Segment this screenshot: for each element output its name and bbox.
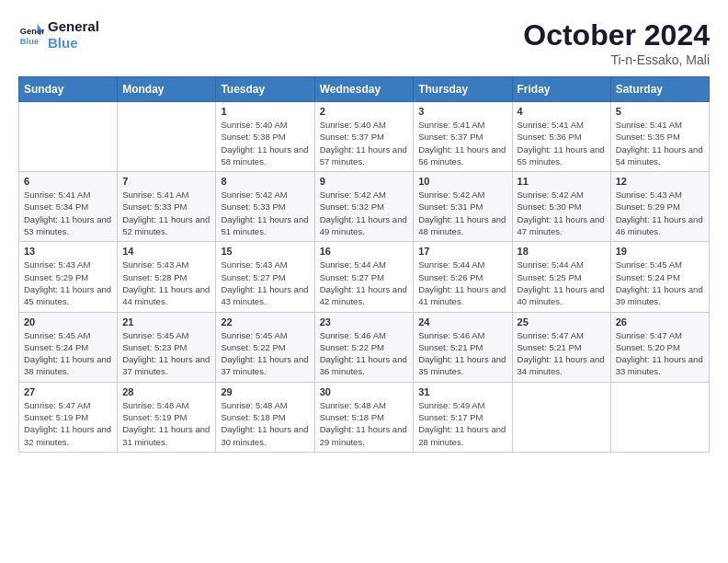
day-number: 2 [320,106,409,117]
calendar-table: SundayMondayTuesdayWednesdayThursdayFrid… [18,76,710,453]
calendar-cell: 4Sunrise: 5:41 AM Sunset: 5:36 PM Daylig… [512,102,610,172]
day-number: 23 [320,316,409,327]
calendar-cell: 6Sunrise: 5:41 AM Sunset: 5:34 PM Daylig… [19,172,118,242]
day-number: 20 [24,316,112,327]
calendar-cell: 13Sunrise: 5:43 AM Sunset: 5:29 PM Dayli… [19,242,118,312]
day-info: Sunrise: 5:42 AM Sunset: 5:33 PM Dayligh… [221,189,309,237]
day-number: 17 [418,246,506,257]
day-info: Sunrise: 5:47 AM Sunset: 5:21 PM Dayligh… [518,329,606,378]
weekday-header-sunday: Sunday [19,77,118,102]
day-info: Sunrise: 5:46 AM Sunset: 5:21 PM Dayligh… [418,329,506,378]
calendar-cell: 30Sunrise: 5:48 AM Sunset: 5:18 PM Dayli… [314,382,414,452]
calendar-cell: 16Sunrise: 5:44 AM Sunset: 5:27 PM Dayli… [314,242,414,312]
calendar-cell: 17Sunrise: 5:44 AM Sunset: 5:26 PM Dayli… [414,242,512,312]
day-info: Sunrise: 5:41 AM Sunset: 5:37 PM Dayligh… [418,119,506,167]
day-info: Sunrise: 5:46 AM Sunset: 5:22 PM Dayligh… [320,329,409,378]
day-number: 12 [616,176,704,187]
day-info: Sunrise: 5:45 AM Sunset: 5:22 PM Dayligh… [221,329,309,378]
calendar-week-row: 13Sunrise: 5:43 AM Sunset: 5:29 PM Dayli… [19,242,710,312]
page-header: General Blue General Blue October 2024 T… [18,18,710,67]
day-number: 5 [616,106,704,117]
logo-general: General [48,18,99,35]
weekday-header-monday: Monday [118,77,216,102]
calendar-cell: 26Sunrise: 5:47 AM Sunset: 5:20 PM Dayli… [610,312,709,382]
calendar-cell: 21Sunrise: 5:45 AM Sunset: 5:23 PM Dayli… [118,312,216,382]
day-info: Sunrise: 5:48 AM Sunset: 5:18 PM Dayligh… [221,399,309,448]
svg-text:Blue: Blue [20,37,39,46]
calendar-cell: 8Sunrise: 5:42 AM Sunset: 5:33 PM Daylig… [216,172,314,242]
day-info: Sunrise: 5:48 AM Sunset: 5:19 PM Dayligh… [122,399,210,448]
weekday-header-thursday: Thursday [414,77,512,102]
calendar-cell: 25Sunrise: 5:47 AM Sunset: 5:21 PM Dayli… [512,312,610,382]
day-info: Sunrise: 5:44 AM Sunset: 5:27 PM Dayligh… [320,259,409,307]
calendar-cell: 10Sunrise: 5:42 AM Sunset: 5:31 PM Dayli… [414,172,512,242]
day-info: Sunrise: 5:41 AM Sunset: 5:35 PM Dayligh… [616,119,704,167]
calendar-cell: 18Sunrise: 5:44 AM Sunset: 5:25 PM Dayli… [512,242,610,312]
calendar-cell: 15Sunrise: 5:43 AM Sunset: 5:27 PM Dayli… [216,242,314,312]
calendar-cell: 1Sunrise: 5:40 AM Sunset: 5:38 PM Daylig… [216,102,314,172]
day-info: Sunrise: 5:42 AM Sunset: 5:32 PM Dayligh… [320,189,409,237]
day-info: Sunrise: 5:41 AM Sunset: 5:33 PM Dayligh… [122,189,210,237]
day-number: 22 [221,316,309,327]
day-info: Sunrise: 5:44 AM Sunset: 5:25 PM Dayligh… [518,259,606,307]
day-info: Sunrise: 5:40 AM Sunset: 5:38 PM Dayligh… [221,119,309,167]
day-number: 25 [518,316,606,327]
logo-icon: General Blue [18,22,44,48]
calendar-cell: 29Sunrise: 5:48 AM Sunset: 5:18 PM Dayli… [216,382,314,452]
day-number: 24 [418,316,506,327]
calendar-cell: 3Sunrise: 5:41 AM Sunset: 5:37 PM Daylig… [414,102,512,172]
day-number: 13 [24,246,112,257]
calendar-cell: 11Sunrise: 5:42 AM Sunset: 5:30 PM Dayli… [512,172,610,242]
day-info: Sunrise: 5:43 AM Sunset: 5:27 PM Dayligh… [221,259,309,307]
day-number: 16 [320,246,409,257]
day-info: Sunrise: 5:45 AM Sunset: 5:23 PM Dayligh… [122,329,210,378]
day-info: Sunrise: 5:45 AM Sunset: 5:24 PM Dayligh… [24,329,112,378]
day-number: 1 [221,106,309,117]
day-info: Sunrise: 5:44 AM Sunset: 5:26 PM Dayligh… [418,259,506,307]
day-info: Sunrise: 5:47 AM Sunset: 5:19 PM Dayligh… [24,399,112,448]
day-info: Sunrise: 5:42 AM Sunset: 5:31 PM Dayligh… [418,189,506,237]
day-number: 6 [24,176,112,187]
calendar-cell [19,102,118,172]
day-info: Sunrise: 5:48 AM Sunset: 5:18 PM Dayligh… [320,399,409,448]
day-number: 11 [518,176,606,187]
calendar-cell: 28Sunrise: 5:48 AM Sunset: 5:19 PM Dayli… [118,382,216,452]
calendar-cell: 12Sunrise: 5:43 AM Sunset: 5:29 PM Dayli… [610,172,709,242]
title-block: October 2024 Ti-n-Essako, Mali [523,18,710,67]
weekday-header-tuesday: Tuesday [216,77,314,102]
day-number: 27 [24,386,112,397]
calendar-week-row: 20Sunrise: 5:45 AM Sunset: 5:24 PM Dayli… [19,312,710,382]
calendar-cell: 14Sunrise: 5:43 AM Sunset: 5:28 PM Dayli… [118,242,216,312]
calendar-cell: 2Sunrise: 5:40 AM Sunset: 5:37 PM Daylig… [314,102,414,172]
day-info: Sunrise: 5:40 AM Sunset: 5:37 PM Dayligh… [320,119,409,167]
day-number: 7 [122,176,210,187]
day-info: Sunrise: 5:47 AM Sunset: 5:20 PM Dayligh… [616,329,704,378]
day-number: 18 [518,246,606,257]
day-info: Sunrise: 5:41 AM Sunset: 5:36 PM Dayligh… [518,119,606,167]
calendar-cell: 22Sunrise: 5:45 AM Sunset: 5:22 PM Dayli… [216,312,314,382]
day-number: 8 [221,176,309,187]
day-number: 14 [122,246,210,257]
month-year-title: October 2024 [523,18,710,52]
day-number: 4 [518,106,606,117]
day-info: Sunrise: 5:41 AM Sunset: 5:34 PM Dayligh… [24,189,112,237]
day-number: 9 [320,176,409,187]
day-info: Sunrise: 5:43 AM Sunset: 5:29 PM Dayligh… [24,259,112,307]
weekday-header-wednesday: Wednesday [314,77,414,102]
calendar-cell: 7Sunrise: 5:41 AM Sunset: 5:33 PM Daylig… [118,172,216,242]
day-number: 26 [616,316,704,327]
calendar-week-row: 1Sunrise: 5:40 AM Sunset: 5:38 PM Daylig… [19,102,710,172]
weekday-header-friday: Friday [512,77,610,102]
day-number: 21 [122,316,210,327]
day-number: 30 [320,386,409,397]
day-number: 3 [418,106,506,117]
logo-blue: Blue [48,35,99,52]
day-info: Sunrise: 5:45 AM Sunset: 5:24 PM Dayligh… [616,259,704,307]
calendar-week-row: 27Sunrise: 5:47 AM Sunset: 5:19 PM Dayli… [19,382,710,452]
day-number: 31 [418,386,506,397]
weekday-header-saturday: Saturday [610,77,709,102]
calendar-cell: 27Sunrise: 5:47 AM Sunset: 5:19 PM Dayli… [19,382,118,452]
day-info: Sunrise: 5:49 AM Sunset: 5:17 PM Dayligh… [418,399,506,448]
calendar-cell: 19Sunrise: 5:45 AM Sunset: 5:24 PM Dayli… [610,242,709,312]
location-subtitle: Ti-n-Essako, Mali [523,52,710,67]
